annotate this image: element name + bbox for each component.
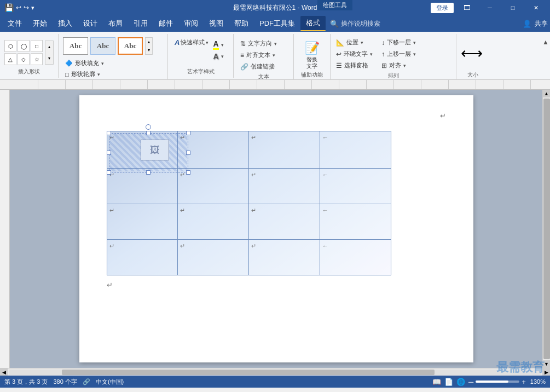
menu-review[interactable]: 审阅 [178, 16, 204, 31]
menu-layout[interactable]: 布局 [103, 16, 128, 31]
return-symbol-top: ↵ [107, 112, 446, 120]
read-mode-btn[interactable]: 📖 [432, 378, 441, 386]
shape-style-btn-2[interactable]: Abc [90, 37, 115, 55]
menu-design[interactable]: 设计 [78, 16, 103, 31]
table-cell-r1c3: ↵ [248, 131, 320, 169]
table-container: 🖼 ↵ ↵ [107, 131, 446, 275]
zoom-slider[interactable] [476, 381, 519, 383]
web-layout-btn[interactable]: 🌐 [456, 378, 465, 386]
customize-icon[interactable]: ▾ [31, 4, 34, 11]
shape-outline-icon: □ [65, 71, 69, 78]
menu-pdf[interactable]: PDF工具集 [254, 16, 300, 31]
ribbon-group-text: ⇅ 文字方向▾ ≡ 对齐文本▾ 🔗 创建链接 文本 [234, 34, 294, 83]
search-icon: 🔍 [330, 20, 339, 28]
shape-icon-4[interactable]: △ [4, 53, 16, 65]
menu-insert[interactable]: 插入 [53, 16, 78, 31]
style-dropdown-btn[interactable]: ▴ ▾ [145, 37, 153, 55]
page-info: 第 3 页，共 3 页 [4, 378, 48, 386]
create-link-btn[interactable]: 🔗 创建链接 [238, 61, 279, 72]
shape-icon-6[interactable]: ☆ [31, 53, 43, 65]
menu-view[interactable]: 视图 [204, 16, 229, 31]
replace-text-btn[interactable]: 📝 替换文字 [298, 41, 326, 70]
scroll-up-btn[interactable]: ▲ [543, 90, 551, 97]
maximize-button[interactable]: □ [503, 0, 523, 15]
align-text-btn[interactable]: ≡ 对齐文本▾ [238, 50, 279, 60]
cell-enter-r1c1: ↵ [109, 134, 114, 141]
text-effect-btn[interactable]: A ▾ [213, 52, 223, 61]
menu-home[interactable]: 开始 [27, 16, 53, 31]
cell-enter-r4c4: ← [322, 243, 328, 249]
art-text-label: 艺术字样式 [172, 67, 229, 76]
shape-style-btn-3[interactable]: Abc [118, 37, 143, 55]
canvas-wrapper: ↵ [0, 80, 550, 376]
search-label[interactable]: 操作说明搜索 [341, 19, 380, 28]
rotate-handle [146, 124, 151, 130]
menu-file[interactable]: 文件 [2, 16, 27, 31]
track-changes-icon: 🔗 [83, 378, 90, 385]
floating-image[interactable]: 🖼 [141, 140, 169, 160]
language-label: 中文(中国) [96, 378, 124, 386]
shape-outline-btn[interactable]: □ 形状轮廓▾ [63, 69, 153, 79]
scrollbar-vertical[interactable]: ▲ ▼ [542, 90, 550, 368]
scroll-left-btn[interactable]: ◀ [0, 368, 8, 376]
login-button[interactable]: 登录 [431, 3, 454, 13]
cell-enter-r2c1: ↵ [109, 171, 114, 178]
search-area: 🔍 操作说明搜索 [330, 19, 380, 28]
scroll-thumb[interactable] [543, 99, 550, 359]
cell-enter-r1c2: ↵ [180, 134, 185, 141]
shape-icon-2[interactable]: ◯ [18, 40, 30, 52]
shape-icon-5[interactable]: ◇ [18, 53, 30, 65]
text-fill-icon: A [213, 39, 218, 50]
shape-fill-btn[interactable]: 🔷 形状填充▾ [63, 58, 153, 68]
wrap-text-btn[interactable]: ↩ 环绕文字▾ [334, 49, 375, 59]
zoom-out-btn[interactable]: ─ [468, 378, 473, 386]
shape-dropdown-btn[interactable]: ▴ ▾ [45, 41, 54, 65]
menu-format[interactable]: 格式 [300, 16, 326, 31]
table-cell-r1c2: ↵ [178, 131, 249, 169]
shape-icon-1[interactable]: ⬡ [4, 40, 16, 52]
text-effect-icon: A [213, 52, 218, 61]
redo-icon[interactable]: ↪ [24, 4, 29, 11]
shape-style-btn-1[interactable]: Abc [63, 37, 88, 55]
word-count: 380 个字 [53, 378, 77, 386]
cell-enter-r4c3: ↵ [251, 243, 256, 249]
cell-enter-r4c2: ↵ [180, 243, 185, 249]
return-symbol-bottom: ↵ [107, 281, 446, 289]
scroll-right-btn[interactable]: ▶ [542, 368, 550, 376]
shape-icon-3[interactable]: □ [31, 40, 43, 52]
menu-help[interactable]: 帮助 [229, 16, 254, 31]
table-cell-r3c3: ↵ [248, 204, 320, 240]
menu-references[interactable]: 引用 [128, 16, 153, 31]
bring-forward-btn[interactable]: ↑ 上移一层▾ [379, 49, 418, 59]
title-bar-right: 登录 🗖 ─ □ ✕ [431, 0, 546, 15]
select-pane-btn[interactable]: ☰ 选择窗格 [334, 60, 375, 71]
text-direction-btn[interactable]: ⇅ 文字方向▾ [238, 38, 279, 49]
position-btn[interactable]: 📐 位置▾ [334, 37, 375, 48]
send-back-btn[interactable]: ↓ 下移一层▾ [379, 37, 418, 48]
save-icon[interactable]: 💾 [4, 3, 14, 12]
quick-style-btn[interactable]: A 快速样式 ▾ [172, 37, 211, 48]
text-fill-btn[interactable]: A ▾ [213, 39, 223, 50]
zoom-area: ─ + 130% [468, 378, 546, 386]
cell-enter-r3c3: ↵ [251, 207, 256, 214]
table-cell-r4c3: ↵ [248, 240, 320, 275]
scrollbar-horizontal[interactable]: ◀ ▶ [0, 368, 550, 376]
minimize-button[interactable]: ─ [480, 0, 500, 15]
undo-icon[interactable]: ↩ [16, 4, 21, 11]
window-icon[interactable]: 🗖 [457, 0, 477, 15]
insert-shape-label: 插入形状 [4, 67, 54, 76]
ribbon-group-insert-shape: ⬡ ◯ □ △ ◇ ☆ ▴ ▾ 插入形状 [0, 34, 59, 78]
cell-enter-r2c4: ← [322, 171, 328, 178]
zoom-in-btn[interactable]: + [522, 378, 526, 386]
image-icon: 🖼 [150, 145, 160, 156]
align-btn[interactable]: ⊞ 对齐▾ [379, 60, 418, 71]
scroll-thumb-h[interactable] [62, 370, 435, 375]
ribbon-collapse-btn[interactable]: ▲ [541, 0, 550, 48]
size-icon[interactable]: ⟷ [461, 44, 483, 62]
content-area: ↵ [0, 80, 550, 376]
menu-mail[interactable]: 邮件 [153, 16, 178, 31]
text-group-label: 文本 [238, 72, 289, 80]
scroll-down-btn[interactable]: ▼ [543, 360, 551, 368]
print-layout-btn[interactable]: 📄 [444, 378, 453, 386]
cell-enter-r1c3: ↵ [251, 134, 256, 141]
